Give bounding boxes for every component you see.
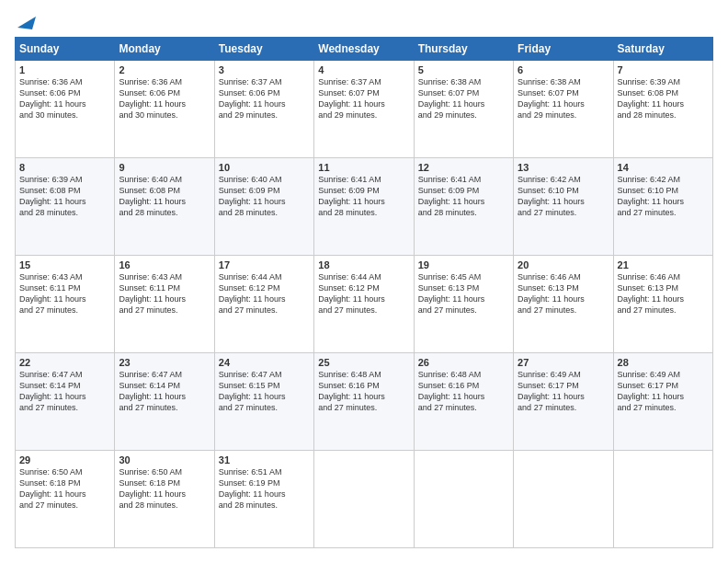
cell-text: Sunrise: 6:43 AMSunset: 6:11 PMDaylight:… (19, 271, 110, 316)
logo-wing-icon (16, 15, 36, 31)
calendar-cell: 3Sunrise: 6:37 AMSunset: 6:06 PMDaylight… (214, 61, 313, 158)
day-number: 13 (518, 162, 609, 173)
day-number: 4 (318, 64, 409, 75)
calendar-cell: 28Sunrise: 6:49 AMSunset: 6:17 PMDayligh… (613, 353, 712, 451)
weekday-header-friday: Friday (514, 38, 613, 61)
cell-text: Sunrise: 6:46 AMSunset: 6:13 PMDaylight:… (618, 271, 709, 316)
cell-text: Sunrise: 6:41 AMSunset: 6:09 PMDaylight:… (418, 174, 509, 219)
day-number: 22 (19, 357, 110, 368)
cell-text: Sunrise: 6:47 AMSunset: 6:15 PMDaylight:… (219, 369, 310, 414)
day-number: 25 (318, 357, 409, 368)
cell-text: Sunrise: 6:39 AMSunset: 6:08 PMDaylight:… (618, 76, 709, 121)
day-number: 15 (19, 259, 110, 270)
day-number: 18 (318, 259, 409, 270)
calendar-cell: 17Sunrise: 6:44 AMSunset: 6:12 PMDayligh… (214, 256, 313, 353)
calendar-cell (314, 451, 414, 548)
cell-text: Sunrise: 6:46 AMSunset: 6:13 PMDaylight:… (518, 271, 609, 316)
weekday-header-sunday: Sunday (16, 38, 115, 61)
logo (15, 15, 36, 28)
calendar-cell: 27Sunrise: 6:49 AMSunset: 6:17 PMDayligh… (514, 353, 613, 451)
calendar-cell: 26Sunrise: 6:48 AMSunset: 6:16 PMDayligh… (414, 353, 513, 451)
calendar-cell: 19Sunrise: 6:45 AMSunset: 6:13 PMDayligh… (414, 256, 513, 353)
calendar-cell: 18Sunrise: 6:44 AMSunset: 6:12 PMDayligh… (314, 256, 414, 353)
calendar-cell: 9Sunrise: 6:40 AMSunset: 6:08 PMDaylight… (115, 158, 214, 256)
day-number: 6 (518, 64, 609, 75)
calendar-cell (514, 451, 613, 548)
cell-text: Sunrise: 6:38 AMSunset: 6:07 PMDaylight:… (418, 76, 509, 121)
cell-text: Sunrise: 6:36 AMSunset: 6:06 PMDaylight:… (19, 76, 110, 121)
cell-text: Sunrise: 6:50 AMSunset: 6:18 PMDaylight:… (19, 466, 110, 511)
calendar-cell: 24Sunrise: 6:47 AMSunset: 6:15 PMDayligh… (214, 353, 313, 451)
cell-text: Sunrise: 6:42 AMSunset: 6:10 PMDaylight:… (518, 174, 609, 219)
weekday-header-wednesday: Wednesday (314, 38, 414, 61)
cell-text: Sunrise: 6:49 AMSunset: 6:17 PMDaylight:… (618, 369, 709, 414)
cell-text: Sunrise: 6:36 AMSunset: 6:06 PMDaylight:… (119, 76, 210, 121)
day-number: 20 (518, 259, 609, 270)
day-number: 3 (219, 64, 310, 75)
day-number: 31 (219, 454, 310, 465)
cell-text: Sunrise: 6:44 AMSunset: 6:12 PMDaylight:… (318, 271, 409, 316)
day-number: 12 (418, 162, 509, 173)
day-number: 30 (119, 454, 210, 465)
cell-text: Sunrise: 6:37 AMSunset: 6:07 PMDaylight:… (318, 76, 409, 121)
weekday-header-saturday: Saturday (613, 38, 712, 61)
calendar-cell: 11Sunrise: 6:41 AMSunset: 6:09 PMDayligh… (314, 158, 414, 256)
cell-text: Sunrise: 6:40 AMSunset: 6:09 PMDaylight:… (219, 174, 310, 219)
page: SundayMondayTuesdayWednesdayThursdayFrid… (0, 0, 728, 563)
calendar-cell: 10Sunrise: 6:40 AMSunset: 6:09 PMDayligh… (214, 158, 313, 256)
day-number: 2 (119, 64, 210, 75)
day-number: 19 (418, 259, 509, 270)
calendar-cell: 12Sunrise: 6:41 AMSunset: 6:09 PMDayligh… (414, 158, 513, 256)
day-number: 5 (418, 64, 509, 75)
calendar-cell: 21Sunrise: 6:46 AMSunset: 6:13 PMDayligh… (613, 256, 712, 353)
cell-text: Sunrise: 6:43 AMSunset: 6:11 PMDaylight:… (119, 271, 210, 316)
cell-text: Sunrise: 6:48 AMSunset: 6:16 PMDaylight:… (418, 369, 509, 414)
calendar-cell: 6Sunrise: 6:38 AMSunset: 6:07 PMDaylight… (514, 61, 613, 158)
day-number: 16 (119, 259, 210, 270)
cell-text: Sunrise: 6:42 AMSunset: 6:10 PMDaylight:… (618, 174, 709, 219)
calendar-cell: 30Sunrise: 6:50 AMSunset: 6:18 PMDayligh… (115, 451, 214, 548)
day-number: 21 (618, 259, 709, 270)
cell-text: Sunrise: 6:38 AMSunset: 6:07 PMDaylight:… (518, 76, 609, 121)
cell-text: Sunrise: 6:41 AMSunset: 6:09 PMDaylight:… (318, 174, 409, 219)
day-number: 27 (518, 357, 609, 368)
cell-text: Sunrise: 6:50 AMSunset: 6:18 PMDaylight:… (119, 466, 210, 511)
day-number: 29 (19, 454, 110, 465)
day-number: 23 (119, 357, 210, 368)
cell-text: Sunrise: 6:44 AMSunset: 6:12 PMDaylight:… (219, 271, 310, 316)
cell-text: Sunrise: 6:40 AMSunset: 6:08 PMDaylight:… (119, 174, 210, 219)
weekday-header-thursday: Thursday (414, 38, 513, 61)
calendar-table: SundayMondayTuesdayWednesdayThursdayFrid… (15, 37, 713, 548)
calendar-cell: 22Sunrise: 6:47 AMSunset: 6:14 PMDayligh… (16, 353, 115, 451)
calendar-cell: 31Sunrise: 6:51 AMSunset: 6:19 PMDayligh… (214, 451, 313, 548)
day-number: 10 (219, 162, 310, 173)
calendar-cell: 4Sunrise: 6:37 AMSunset: 6:07 PMDaylight… (314, 61, 414, 158)
cell-text: Sunrise: 6:37 AMSunset: 6:06 PMDaylight:… (219, 76, 310, 121)
calendar-cell: 25Sunrise: 6:48 AMSunset: 6:16 PMDayligh… (314, 353, 414, 451)
weekday-header-tuesday: Tuesday (214, 38, 313, 61)
calendar-cell: 13Sunrise: 6:42 AMSunset: 6:10 PMDayligh… (514, 158, 613, 256)
calendar-cell: 15Sunrise: 6:43 AMSunset: 6:11 PMDayligh… (16, 256, 115, 353)
calendar-cell: 2Sunrise: 6:36 AMSunset: 6:06 PMDaylight… (115, 61, 214, 158)
cell-text: Sunrise: 6:51 AMSunset: 6:19 PMDaylight:… (219, 466, 310, 511)
day-number: 14 (618, 162, 709, 173)
cell-text: Sunrise: 6:47 AMSunset: 6:14 PMDaylight:… (119, 369, 210, 414)
calendar-cell: 1Sunrise: 6:36 AMSunset: 6:06 PMDaylight… (16, 61, 115, 158)
day-number: 17 (219, 259, 310, 270)
calendar-cell: 29Sunrise: 6:50 AMSunset: 6:18 PMDayligh… (16, 451, 115, 548)
cell-text: Sunrise: 6:39 AMSunset: 6:08 PMDaylight:… (19, 174, 110, 219)
weekday-header-monday: Monday (115, 38, 214, 61)
day-number: 7 (618, 64, 709, 75)
day-number: 8 (19, 162, 110, 173)
calendar-cell: 20Sunrise: 6:46 AMSunset: 6:13 PMDayligh… (514, 256, 613, 353)
calendar-cell: 16Sunrise: 6:43 AMSunset: 6:11 PMDayligh… (115, 256, 214, 353)
day-number: 9 (119, 162, 210, 173)
calendar-cell: 14Sunrise: 6:42 AMSunset: 6:10 PMDayligh… (613, 158, 712, 256)
calendar-cell: 8Sunrise: 6:39 AMSunset: 6:08 PMDaylight… (16, 158, 115, 256)
cell-text: Sunrise: 6:45 AMSunset: 6:13 PMDaylight:… (418, 271, 509, 316)
calendar-cell: 5Sunrise: 6:38 AMSunset: 6:07 PMDaylight… (414, 61, 513, 158)
day-number: 11 (318, 162, 409, 173)
day-number: 28 (618, 357, 709, 368)
header (15, 15, 713, 28)
cell-text: Sunrise: 6:48 AMSunset: 6:16 PMDaylight:… (318, 369, 409, 414)
